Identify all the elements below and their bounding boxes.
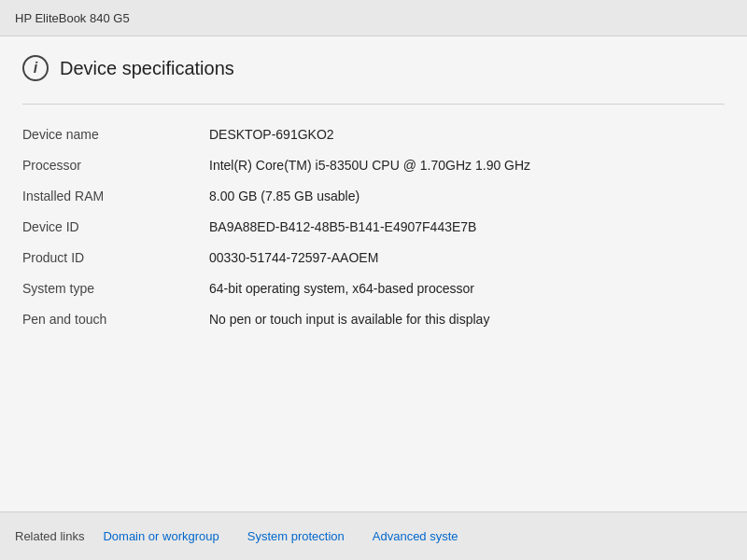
system-protection-link[interactable]: System protection [247,529,345,543]
spec-label: System type [22,273,209,304]
related-links-label: Related links [15,529,84,543]
spec-value: 00330-51744-72597-AAOEM [209,243,725,273]
domain-workgroup-link[interactable]: Domain or workgroup [103,529,218,543]
title-bar-text: HP EliteBook 840 G5 [15,11,130,25]
spec-label: Processor [22,150,209,181]
spec-label: Pen and touch [22,304,209,335]
spec-label: Installed RAM [22,181,209,212]
table-row: System type64-bit operating system, x64-… [22,273,725,304]
specs-table: Device nameDESKTOP-691GKO2ProcessorIntel… [22,119,725,335]
main-content: i Device specifications Device nameDESKT… [0,36,747,512]
section-title: Device specifications [60,58,234,79]
title-bar: HP EliteBook 840 G5 [0,0,747,36]
table-row: Installed RAM8.00 GB (7.85 GB usable) [22,181,725,212]
spec-value: 8.00 GB (7.85 GB usable) [209,181,725,212]
spec-label: Device name [22,119,209,150]
info-icon: i [22,55,49,81]
table-row: ProcessorIntel(R) Core(TM) i5-8350U CPU … [22,150,725,181]
spec-value: DESKTOP-691GKO2 [209,119,725,150]
spec-value: BA9A88ED-B412-48B5-B141-E4907F443E7B [209,212,725,243]
table-row: Device nameDESKTOP-691GKO2 [22,119,725,150]
spec-value: 64-bit operating system, x64-based proce… [209,273,725,304]
spec-value: Intel(R) Core(TM) i5-8350U CPU @ 1.70GHz… [209,150,725,181]
spec-value: No pen or touch input is available for t… [209,304,725,335]
section-header: i Device specifications [22,55,725,81]
table-row: Pen and touchNo pen or touch input is av… [22,304,725,335]
spec-label: Product ID [22,243,209,273]
table-row: Device IDBA9A88ED-B412-48B5-B141-E4907F4… [22,212,725,243]
table-row: Product ID00330-51744-72597-AAOEM [22,243,725,273]
divider [22,104,725,105]
related-links-bar: Related links Domain or workgroup System… [0,511,747,560]
advanced-system-link[interactable]: Advanced syste [373,529,458,543]
spec-label: Device ID [22,212,209,243]
